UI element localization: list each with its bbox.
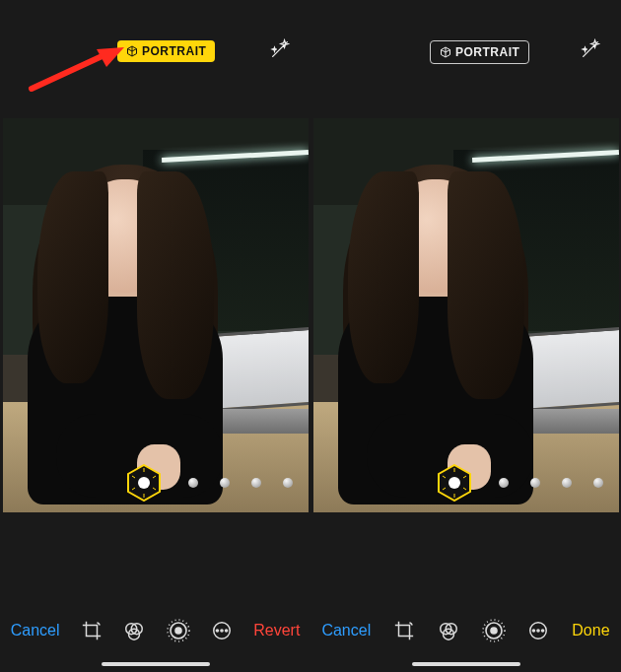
magic-wand-icon[interactable]	[269, 38, 291, 64]
lighting-mode-strip[interactable]	[3, 459, 309, 506]
lighting-mode-option[interactable]	[562, 478, 572, 488]
lighting-mode-option[interactable]	[188, 478, 198, 488]
lighting-mode-option[interactable]	[593, 478, 603, 488]
svg-point-12	[175, 628, 181, 634]
lighting-mode-selected[interactable]	[438, 464, 471, 502]
portrait-badge-label: PORTRAIT	[455, 45, 519, 59]
photo-preview[interactable]	[313, 118, 619, 512]
svg-point-30	[491, 628, 497, 634]
svg-point-15	[216, 630, 218, 632]
lighting-mode-option[interactable]	[530, 478, 540, 488]
portrait-badge-inactive[interactable]: PORTRAIT	[430, 40, 529, 64]
photo-scene	[313, 118, 619, 512]
crop-icon[interactable]	[81, 620, 103, 641]
lighting-mode-strip[interactable]	[313, 459, 619, 506]
photo-preview[interactable]	[3, 118, 309, 512]
top-bar: PORTRAIT	[310, 0, 621, 118]
editor-panel-right: PORTRAIT	[310, 0, 621, 672]
bottom-toolbar: Cancel Revert	[0, 611, 310, 650]
adjust-icon[interactable]	[167, 619, 190, 642]
hexagon-icon	[438, 464, 471, 502]
cube-icon	[126, 45, 138, 57]
svg-point-1	[138, 477, 150, 489]
bottom-toolbar: Cancel Done	[310, 611, 621, 650]
lighting-mode-option[interactable]	[499, 478, 509, 488]
svg-point-33	[533, 630, 535, 632]
adjust-icon[interactable]	[482, 619, 506, 642]
crop-icon[interactable]	[393, 620, 415, 641]
magic-wand-icon[interactable]	[580, 38, 601, 64]
more-icon[interactable]	[527, 620, 549, 641]
comparison-canvas: PORTRAIT	[0, 0, 621, 672]
svg-point-17	[225, 630, 227, 632]
lighting-mode-selected[interactable]	[127, 464, 161, 502]
svg-point-35	[542, 630, 544, 632]
portrait-badge-active[interactable]: PORTRAIT	[117, 40, 215, 62]
cube-icon	[440, 46, 451, 58]
filters-icon[interactable]	[438, 620, 459, 641]
filters-icon[interactable]	[123, 620, 145, 641]
cancel-button[interactable]: Cancel	[321, 622, 371, 639]
photo-scene	[3, 118, 309, 512]
more-icon[interactable]	[211, 620, 233, 641]
svg-point-34	[537, 630, 539, 632]
editor-panel-left: PORTRAIT	[0, 0, 310, 672]
top-bar: PORTRAIT	[0, 0, 310, 118]
cancel-button[interactable]: Cancel	[11, 622, 60, 639]
home-indicator[interactable]	[412, 662, 520, 666]
home-indicator[interactable]	[102, 662, 210, 666]
lighting-mode-option[interactable]	[283, 478, 293, 488]
lighting-mode-option[interactable]	[251, 478, 261, 488]
hexagon-icon	[127, 464, 161, 502]
portrait-badge-label: PORTRAIT	[142, 44, 206, 58]
done-button[interactable]: Done	[572, 622, 609, 639]
svg-point-16	[221, 630, 223, 632]
svg-point-19	[448, 477, 460, 489]
lighting-mode-option[interactable]	[220, 478, 230, 488]
revert-button[interactable]: Revert	[253, 622, 300, 639]
